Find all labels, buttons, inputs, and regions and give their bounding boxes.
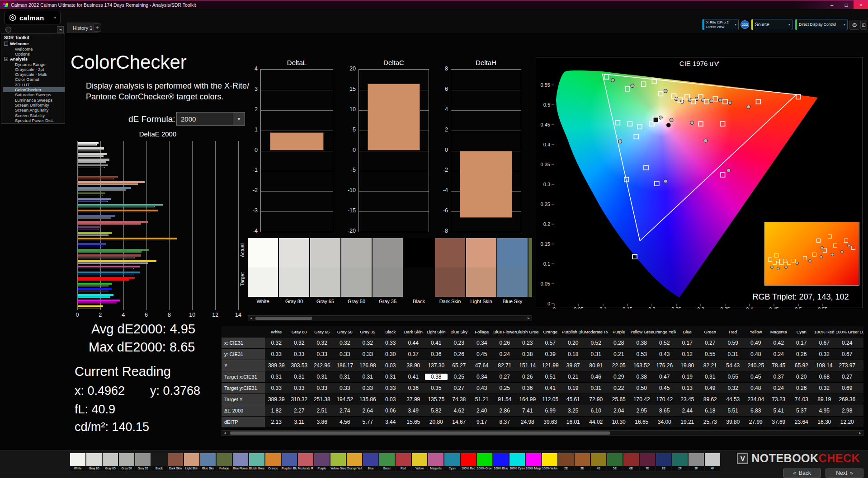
table-cell[interactable]: 0.33 (356, 385, 379, 391)
table-cell[interactable]: 0.48 (745, 385, 768, 391)
table-cell[interactable]: 5.51 (722, 408, 745, 414)
table-cell[interactable]: 10.30 (608, 419, 631, 425)
table-cell[interactable]: 4.95 (813, 408, 836, 414)
swatch-light-skin[interactable]: Light Skin (466, 238, 496, 307)
table-cell[interactable]: 3.86 (311, 419, 334, 425)
table-cell[interactable]: 0.50 (630, 385, 653, 391)
table-cell[interactable]: 0.49 (745, 340, 768, 346)
table-cell[interactable]: 0.69 (836, 385, 859, 391)
table-scrollbar[interactable]: ◄ ► (222, 430, 863, 436)
table-cell[interactable]: 3.49 (402, 408, 425, 414)
patch-light-skin[interactable]: Light Skin (184, 453, 199, 471)
table-cell[interactable]: 0.35 (425, 385, 448, 391)
sidebar-group-analysis[interactable]: -Analysis (3, 56, 65, 62)
table-cell[interactable]: 234.04 (745, 396, 768, 403)
tree-expander-icon[interactable]: - (4, 57, 8, 61)
patch-100-green[interactable]: 100% Green (477, 453, 492, 471)
table-cell[interactable]: 0.25 (448, 374, 471, 380)
patch-100-blue[interactable]: 100% Blue (493, 453, 509, 471)
patch-red[interactable]: Red (396, 453, 411, 471)
table-cell[interactable]: 0.32 (813, 351, 836, 357)
patch-3f[interactable]: 3F (689, 453, 704, 471)
table-cell[interactable]: 0.13 (676, 385, 699, 391)
patch-blue[interactable]: Blue (363, 453, 378, 471)
calman-logo-menu[interactable]: calman ▾ (5, 11, 61, 24)
scroll-left-icon[interactable]: ◄ (248, 316, 254, 321)
meter-selector[interactable]: X-Rite i1Pro 2 Direct View ▾ (702, 19, 739, 30)
new-tab-button[interactable]: + (93, 23, 101, 32)
table-cell[interactable]: 0.45 (653, 385, 676, 391)
table-cell[interactable]: 0.31 (288, 374, 311, 380)
table-cell[interactable]: 135.86 (356, 396, 379, 403)
table-cell[interactable]: 0.68 (813, 374, 836, 380)
table-cell[interactable]: 0.19 (562, 385, 585, 391)
table-cell[interactable]: 0.27 (836, 374, 859, 380)
table-cell[interactable]: 0.12 (676, 351, 699, 357)
next-button[interactable]: Next » (826, 469, 863, 478)
tree-expander-icon[interactable]: - (4, 42, 8, 46)
patch-purple[interactable]: Purple (314, 453, 330, 471)
table-cell[interactable]: 0.43 (471, 385, 494, 391)
table-cell[interactable]: 0.24 (767, 351, 790, 357)
sidebar-item-welcome[interactable]: Welcome (3, 47, 65, 52)
table-cell[interactable]: 5.77 (356, 419, 379, 425)
table-cell[interactable]: 0.21 (562, 374, 585, 380)
patch-moderate-red[interactable]: Moderate Red (298, 453, 313, 471)
table-cell[interactable]: 0.31 (265, 374, 288, 380)
table-cell[interactable]: 0.06 (859, 385, 863, 391)
table-cell[interactable]: 0.33 (288, 385, 311, 391)
table-cell[interactable]: 5.82 (425, 408, 448, 414)
sidebar-group-welcome[interactable]: -Welcome (3, 41, 65, 47)
patch-yellow[interactable]: Yellow (412, 453, 427, 471)
patch-4f[interactable]: 4F (705, 453, 720, 471)
table-cell[interactable]: 269.36 (836, 396, 859, 403)
swatch-gray-65[interactable]: Gray 65 (310, 238, 340, 307)
table-cell[interactable]: 0.06 (379, 408, 402, 414)
patch-orange[interactable]: Orange (265, 453, 281, 471)
patch-yellow-green[interactable]: Yellow Green (330, 453, 346, 471)
table-cell[interactable]: 135.75 (425, 396, 448, 403)
sidebar-item-options[interactable]: Options (3, 52, 65, 56)
table-cell[interactable]: 16.30 (813, 419, 836, 425)
table-cell[interactable]: 45.61 (562, 396, 585, 403)
record-indicator-icon[interactable] (5, 27, 11, 33)
table-cell[interactable]: 303.53 (288, 362, 311, 369)
patch-blue-flower[interactable]: Blue Flower (233, 453, 248, 471)
table-cell[interactable]: 0.19 (676, 374, 699, 380)
patch-magenta[interactable]: Magenta (428, 453, 443, 471)
table-cell[interactable]: 12.20 (836, 419, 859, 425)
table-cell[interactable]: 164.99 (516, 396, 539, 403)
table-cell[interactable]: 0.36 (402, 385, 425, 391)
scrollbar-thumb[interactable] (230, 431, 610, 435)
patch-100-magenta[interactable]: 100% Magenta (526, 453, 541, 471)
table-cell[interactable]: 0.31 (722, 351, 745, 357)
table-cell[interactable]: 0.41 (425, 340, 448, 346)
patch-bluish-green[interactable]: Bluish Green (249, 453, 264, 471)
table-cell[interactable]: 24.85 (859, 362, 863, 369)
table-cell[interactable]: 0.03 (379, 396, 402, 403)
table-cell[interactable]: 389.39 (265, 396, 288, 403)
patch-2f[interactable]: 2F (672, 453, 688, 471)
close-button[interactable]: × (854, 0, 868, 9)
table-cell[interactable]: 0.48 (745, 351, 768, 357)
table-cell[interactable]: 0.30 (379, 351, 402, 357)
table-cell[interactable]: 37.69 (767, 419, 790, 425)
meter-status-badge[interactable]: 233 (741, 20, 749, 29)
table-cell[interactable]: 0.39 (539, 351, 562, 357)
table-cell[interactable]: 0.26 (448, 351, 471, 357)
table-cell[interactable]: 4.56 (334, 419, 357, 425)
table-cell[interactable]: 22.05 (608, 362, 631, 369)
table-cell[interactable]: 54.43 (722, 362, 745, 369)
patch-gray-35[interactable]: Gray 35 (135, 453, 151, 471)
table-cell[interactable]: 7.41 (516, 408, 539, 414)
table-cell[interactable]: 0.31 (699, 374, 722, 380)
table-cell[interactable]: 0.32 (356, 340, 379, 346)
patch-100-red[interactable]: 100% Red (461, 453, 476, 471)
patch-orange-yellow[interactable]: Orange Yellow (347, 453, 362, 471)
table-cell[interactable]: 0.24 (493, 351, 516, 357)
table-cell[interactable]: 0.47 (653, 374, 676, 380)
table-cell[interactable]: 0.05 (859, 351, 863, 357)
table-cell[interactable]: 0.23 (448, 340, 471, 346)
table-cell[interactable]: 0.31 (379, 374, 402, 380)
table-cell[interactable]: 186.17 (334, 362, 357, 369)
